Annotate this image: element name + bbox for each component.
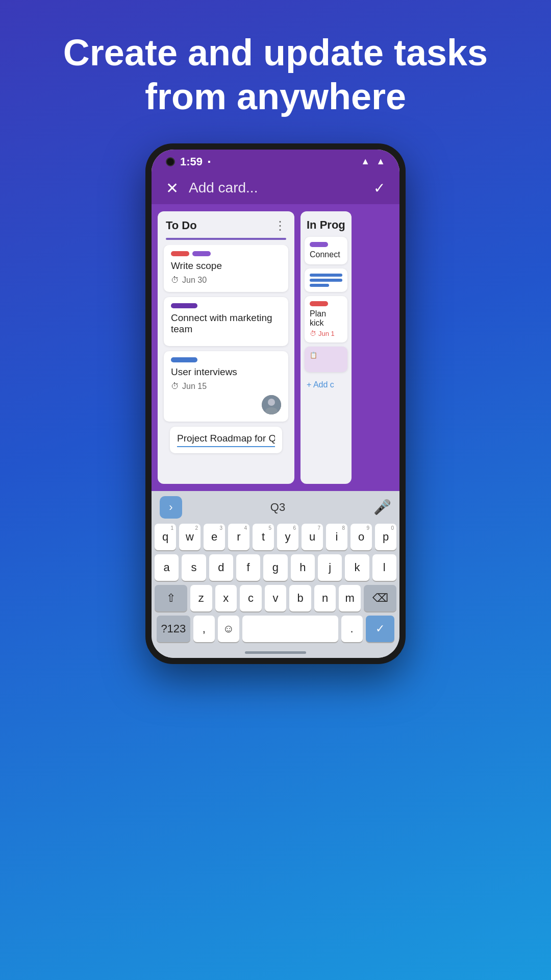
- key-p[interactable]: p0: [375, 524, 396, 550]
- list-item[interactable]: Connect: [305, 237, 347, 264]
- label-chip-blue: [171, 357, 197, 362]
- wifi-icon: ▲: [361, 156, 370, 167]
- enter-key[interactable]: ✓: [366, 616, 394, 642]
- card-date: ⏱ Jun 30: [171, 276, 281, 285]
- table-row[interactable]: User interviews ⏱ Jun 15: [164, 351, 288, 422]
- card-labels: [171, 251, 281, 256]
- keyboard: › Q3 🎤 q1 w2 e3 r4 t5 y6 u7 i8 o9 p0 a s: [152, 491, 399, 658]
- key-j[interactable]: j: [318, 554, 342, 581]
- inprog-column-title: In Prog: [307, 218, 345, 231]
- emoji-key[interactable]: ☺: [218, 616, 239, 642]
- inprog-column-header: In Prog: [300, 211, 352, 237]
- key-x[interactable]: x: [215, 585, 237, 611]
- list-item[interactable]: Plan kick ⏱ Jun 1: [305, 296, 347, 342]
- keyboard-row-1: q1 w2 e3 r4 t5 y6 u7 i8 o9 p0: [155, 524, 396, 550]
- card-date-text: Jun 30: [182, 276, 207, 285]
- shift-key[interactable]: ⇧: [155, 585, 187, 611]
- svg-point-1: [268, 399, 275, 406]
- status-bar-right: ▲ ▲: [361, 156, 385, 167]
- todo-column-title: To Do: [166, 219, 197, 232]
- key-u[interactable]: u7: [302, 524, 323, 550]
- table-row[interactable]: Connect with marketing team: [164, 297, 288, 346]
- header-title: Add card...: [189, 180, 363, 196]
- card-labels: [171, 303, 281, 308]
- keyboard-row-2: a s d f g h j k l: [155, 554, 396, 581]
- key-q[interactable]: q1: [155, 524, 176, 550]
- bar-row: [310, 274, 342, 277]
- add-card-button[interactable]: + Add c: [300, 376, 352, 394]
- key-b[interactable]: b: [289, 585, 311, 611]
- key-a[interactable]: a: [155, 554, 179, 581]
- key-h[interactable]: h: [291, 554, 315, 581]
- key-d[interactable]: d: [209, 554, 233, 581]
- key-z[interactable]: z: [190, 585, 212, 611]
- label-chip: [310, 301, 328, 306]
- key-k[interactable]: k: [345, 554, 369, 581]
- key-c[interactable]: c: [240, 585, 262, 611]
- key-i[interactable]: i8: [326, 524, 347, 550]
- status-time: 1:59: [180, 155, 203, 168]
- status-bar-left: 1:59 ▪: [166, 155, 211, 168]
- comma-key[interactable]: ,: [193, 616, 215, 642]
- key-r[interactable]: r4: [228, 524, 249, 550]
- key-o[interactable]: o9: [350, 524, 372, 550]
- card-title: Connect with marketing team: [171, 312, 281, 335]
- board-area: To Do ⋮ Write scope ⏱ Jun 30: [152, 204, 399, 491]
- key-f[interactable]: f: [236, 554, 260, 581]
- label-chip-purple: [192, 251, 211, 256]
- key-g[interactable]: g: [263, 554, 287, 581]
- keyboard-row-3: ⇧ z x c v b n m ⌫: [155, 585, 396, 611]
- headline-line1: Create and update tasks: [63, 32, 488, 73]
- confirm-button[interactable]: ✓: [373, 180, 385, 197]
- headline-line2: from anywhere: [145, 76, 406, 117]
- front-camera: [166, 157, 175, 166]
- key-v[interactable]: v: [265, 585, 287, 611]
- key-e[interactable]: e3: [204, 524, 225, 550]
- list-item[interactable]: [305, 268, 347, 292]
- key-t[interactable]: t5: [253, 524, 274, 550]
- key-n[interactable]: n: [314, 585, 336, 611]
- suggestion-word[interactable]: Q3: [270, 501, 285, 514]
- card-image: 📋: [310, 352, 342, 359]
- key-s[interactable]: s: [182, 554, 206, 581]
- space-key[interactable]: [242, 616, 338, 642]
- backspace-key[interactable]: ⌫: [364, 585, 396, 611]
- keyboard-arrow-button[interactable]: ›: [160, 496, 182, 519]
- todo-column-header: To Do ⋮: [158, 211, 294, 238]
- key-l[interactable]: l: [372, 554, 396, 581]
- key-m[interactable]: m: [339, 585, 361, 611]
- avatar: [262, 395, 281, 414]
- card-date-text: Jun 15: [182, 382, 207, 391]
- todo-cards-list: Write scope ⏱ Jun 30 Connect with market…: [158, 245, 294, 484]
- label-chip-dark-purple: [171, 303, 197, 308]
- label-chip: [310, 242, 328, 247]
- card-date: ⏱ Jun 1: [310, 330, 342, 337]
- avatar-image: [262, 395, 281, 414]
- card-title: Write scope: [171, 260, 281, 272]
- date-text: Jun 1: [318, 330, 335, 337]
- new-card-input-area[interactable]: [170, 427, 282, 453]
- keyboard-row-4: ?123 , ☺ . ✓: [155, 616, 396, 642]
- partial-card-text: Plan kick: [310, 309, 342, 328]
- key-w[interactable]: w2: [179, 524, 201, 550]
- todo-column-menu[interactable]: ⋮: [274, 218, 286, 233]
- table-row[interactable]: Write scope ⏱ Jun 30: [164, 245, 288, 292]
- status-bar: 1:59 ▪ ▲ ▲: [152, 150, 399, 172]
- card-date: ⏱ Jun 15: [171, 382, 281, 391]
- home-indicator: [245, 651, 306, 654]
- label-chip-red: [171, 251, 189, 256]
- period-key[interactable]: .: [341, 616, 363, 642]
- clock-icon: ⏱: [171, 382, 179, 391]
- card-title: User interviews: [171, 366, 281, 378]
- close-button[interactable]: ✕: [166, 179, 179, 197]
- suggestion-bar: › Q3 🎤: [155, 496, 396, 519]
- list-item[interactable]: 📋: [305, 347, 347, 372]
- key-y[interactable]: y6: [277, 524, 298, 550]
- alert-icon: ⏱: [310, 330, 316, 337]
- notification-icon: ▪: [208, 157, 211, 166]
- app-header: ✕ Add card... ✓: [152, 172, 399, 204]
- microphone-button[interactable]: 🎤: [373, 499, 391, 516]
- new-card-input[interactable]: [177, 433, 275, 447]
- phone-frame: 1:59 ▪ ▲ ▲ ✕ Add card... ✓ To Do ⋮: [145, 143, 406, 664]
- numbers-key[interactable]: ?123: [157, 616, 190, 642]
